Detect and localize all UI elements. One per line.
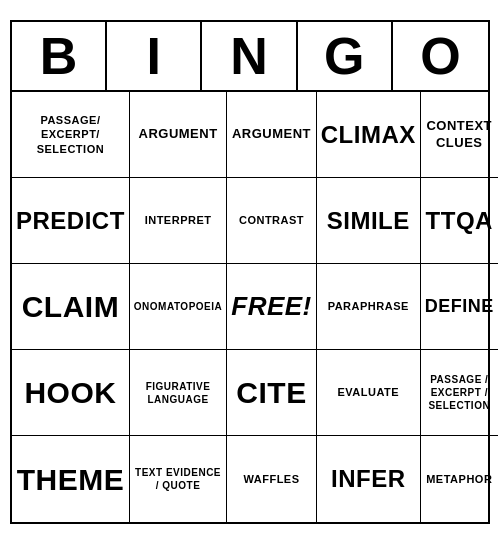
cell-label: ONOMATOPOEIA bbox=[134, 300, 222, 313]
cell-label: INFER bbox=[331, 463, 406, 494]
cell-label: HOOK bbox=[24, 373, 116, 412]
cell-label: CLIMAX bbox=[321, 119, 416, 150]
bingo-cell[interactable]: DEFINE bbox=[421, 264, 498, 350]
bingo-cell[interactable]: Free! bbox=[227, 264, 317, 350]
bingo-cell[interactable]: WAFFLES bbox=[227, 436, 317, 522]
cell-label: CITE bbox=[236, 373, 306, 412]
bingo-grid: PASSAGE/ EXCERPT/ SELECTIONARGUMENTARGUM… bbox=[12, 92, 488, 522]
bingo-cell[interactable]: SIMILE bbox=[317, 178, 421, 264]
bingo-cell[interactable]: PASSAGE / EXCERPT / SELECTION bbox=[421, 350, 498, 436]
bingo-cell[interactable]: PARAPHRASE bbox=[317, 264, 421, 350]
cell-label: ARGUMENT bbox=[232, 126, 311, 143]
cell-label: SIMILE bbox=[327, 205, 410, 236]
bingo-cell[interactable]: CONTEXT CLUES bbox=[421, 92, 498, 178]
bingo-cell[interactable]: INTERPRET bbox=[130, 178, 227, 264]
cell-label: PREDICT bbox=[16, 205, 125, 236]
bingo-cell[interactable]: PREDICT bbox=[12, 178, 130, 264]
cell-label: METAPHOR bbox=[426, 472, 492, 486]
cell-label: DEFINE bbox=[425, 295, 494, 318]
bingo-cell[interactable]: CLAIM bbox=[12, 264, 130, 350]
bingo-cell[interactable]: ARGUMENT bbox=[130, 92, 227, 178]
header-letter: G bbox=[298, 22, 393, 90]
bingo-card: BINGO PASSAGE/ EXCERPT/ SELECTIONARGUMEN… bbox=[10, 20, 490, 524]
bingo-cell[interactable]: INFER bbox=[317, 436, 421, 522]
cell-label: INTERPRET bbox=[145, 213, 212, 227]
cell-label: CLAIM bbox=[22, 287, 119, 326]
cell-label: PASSAGE/ EXCERPT/ SELECTION bbox=[16, 113, 125, 156]
header-letter: B bbox=[12, 22, 107, 90]
bingo-cell[interactable]: PASSAGE/ EXCERPT/ SELECTION bbox=[12, 92, 130, 178]
cell-label: THEME bbox=[17, 460, 125, 499]
bingo-cell[interactable]: CITE bbox=[227, 350, 317, 436]
bingo-cell[interactable]: EVALUATE bbox=[317, 350, 421, 436]
cell-label: Free! bbox=[231, 290, 312, 324]
cell-label: TEXT EVIDENCE / QUOTE bbox=[134, 466, 222, 492]
cell-label: PASSAGE / EXCERPT / SELECTION bbox=[425, 373, 494, 412]
bingo-cell[interactable]: HOOK bbox=[12, 350, 130, 436]
cell-label: EVALUATE bbox=[337, 385, 399, 399]
cell-label: FIGURATIVE LANGUAGE bbox=[134, 380, 222, 406]
cell-label: TTQA bbox=[426, 205, 493, 236]
cell-label: CONTEXT CLUES bbox=[425, 118, 494, 152]
cell-label: ARGUMENT bbox=[139, 126, 218, 143]
cell-label: PARAPHRASE bbox=[328, 299, 409, 313]
cell-label: WAFFLES bbox=[243, 472, 299, 486]
bingo-cell[interactable]: TEXT EVIDENCE / QUOTE bbox=[130, 436, 227, 522]
cell-label: CONTRAST bbox=[239, 213, 304, 227]
bingo-cell[interactable]: CONTRAST bbox=[227, 178, 317, 264]
header-letter: I bbox=[107, 22, 202, 90]
bingo-cell[interactable]: METAPHOR bbox=[421, 436, 498, 522]
header-letter: O bbox=[393, 22, 488, 90]
bingo-cell[interactable]: ONOMATOPOEIA bbox=[130, 264, 227, 350]
bingo-cell[interactable]: TTQA bbox=[421, 178, 498, 264]
bingo-cell[interactable]: CLIMAX bbox=[317, 92, 421, 178]
bingo-header: BINGO bbox=[12, 22, 488, 92]
bingo-cell[interactable]: ARGUMENT bbox=[227, 92, 317, 178]
bingo-cell[interactable]: THEME bbox=[12, 436, 130, 522]
header-letter: N bbox=[202, 22, 297, 90]
bingo-cell[interactable]: FIGURATIVE LANGUAGE bbox=[130, 350, 227, 436]
